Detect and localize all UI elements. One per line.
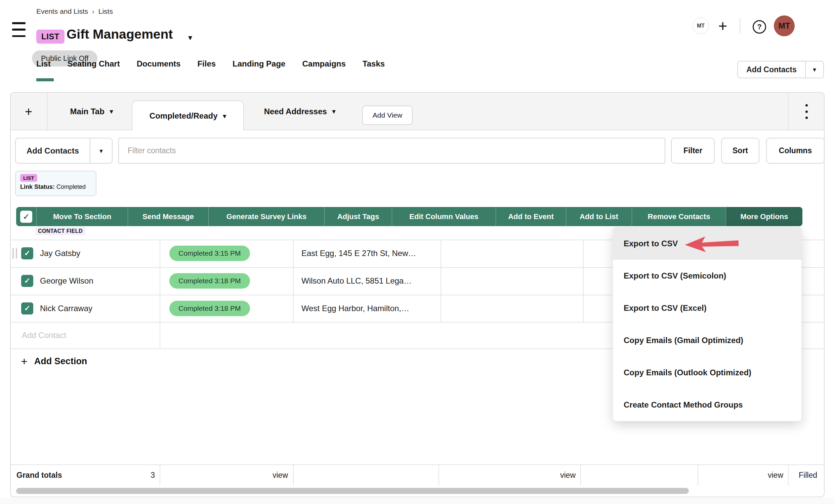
totals-view-link[interactable]: view [255, 471, 288, 480]
chip-list-badge: LIST [20, 174, 37, 182]
contact-address[interactable]: Wilson Auto LLC, 5851 Lega… [301, 276, 412, 286]
tab-strip-divider [47, 93, 48, 130]
nav-tab-seating-chart[interactable]: Seating Chart [68, 59, 120, 69]
chevron-down-icon[interactable]: ▾ [110, 108, 113, 115]
add-view-button[interactable]: Add View [362, 106, 413, 125]
page-bottom-strip [0, 498, 834, 504]
add-to-event-button[interactable]: Add to Event [496, 207, 566, 226]
user-avatar[interactable]: MT [774, 16, 795, 36]
menu-item-export-csv[interactable]: Export to CSV [613, 227, 802, 260]
more-options-button[interactable]: More Options [726, 207, 803, 226]
plus-icon: + [21, 355, 27, 368]
contact-name[interactable]: Nick Carraway [40, 304, 92, 313]
more-options-menu: Export to CSV Export to CSV (Semicolon) … [613, 227, 802, 421]
row-checkbox[interactable]: ✓ [21, 302, 33, 314]
chevron-down-icon[interactable]: ▾ [90, 138, 112, 163]
red-arrow-annotation [683, 234, 740, 254]
add-contacts-button-header[interactable]: Add Contacts ▾ [737, 61, 824, 78]
breadcrumb: Events and Lists › Lists [36, 7, 113, 16]
add-contacts-label[interactable]: Add Contacts [16, 138, 90, 163]
nav-tab-landing-page[interactable]: Landing Page [233, 59, 285, 69]
grand-totals-label: Grand totals [17, 471, 62, 480]
nav-tab-list[interactable]: List [36, 59, 51, 69]
view-tab-completed-ready[interactable]: Completed/Ready ▾ [132, 101, 244, 131]
hamburger-menu-icon[interactable] [12, 22, 25, 37]
drag-handle-icon[interactable] [13, 248, 17, 259]
add-workspace-icon[interactable]: + [714, 17, 732, 35]
grand-totals-count: 3 [121, 471, 155, 480]
app-root: Events and Lists › Lists LIST Gift Manag… [0, 0, 834, 504]
status-badge: Completed 3:15 PM [169, 246, 250, 261]
totals-view-link[interactable]: view [750, 471, 783, 480]
row-checkbox[interactable]: ✓ [21, 275, 33, 287]
chip-text: Link Status: Completed [20, 183, 91, 191]
add-section-label: Add Section [34, 356, 87, 367]
view-tab-label: Completed/Ready [150, 111, 218, 120]
generate-survey-links-button[interactable]: Generate Survey Links [208, 207, 324, 226]
breadcrumb-events-and-lists[interactable]: Events and Lists [36, 7, 88, 16]
move-to-section-button[interactable]: Move To Section [36, 207, 128, 226]
breadcrumb-lists[interactable]: Lists [98, 7, 113, 16]
link-status-chip[interactable]: LIST Link Status: Completed [15, 171, 96, 196]
status-badge: Completed 3:18 PM [169, 273, 250, 289]
add-contact-placeholder[interactable]: Add Contact [22, 331, 66, 340]
horizontal-scrollbar[interactable] [16, 488, 689, 494]
view-tab-label: Need Addresses [264, 107, 327, 116]
add-contacts-button-toolbar[interactable]: Add Contacts ▾ [15, 138, 113, 163]
edit-column-values-button[interactable]: Edit Column Values [392, 207, 496, 226]
contact-address[interactable]: West Egg Harbor, Hamilton,… [301, 304, 409, 313]
breadcrumb-separator-icon: › [92, 8, 94, 16]
filter-button[interactable]: Filter [671, 138, 715, 163]
tab-strip-divider [788, 93, 789, 130]
nav-tab-documents[interactable]: Documents [137, 59, 181, 69]
add-contacts-label[interactable]: Add Contacts [738, 62, 805, 78]
send-message-button[interactable]: Send Message [128, 207, 208, 226]
menu-item-label: Copy Emails (Gmail Optimized) [624, 336, 743, 345]
chip-label: Link Status: [20, 183, 55, 190]
select-all-cell: ✓ [16, 207, 36, 226]
table-more-menu-icon[interactable] [803, 104, 811, 119]
contact-name[interactable]: George Wilson [40, 276, 93, 286]
add-tab-icon[interactable]: + [19, 102, 39, 121]
active-nav-underline [36, 78, 54, 81]
view-tab-main-tab[interactable]: Main Tab ▾ [54, 93, 129, 130]
filter-contacts-input[interactable] [118, 138, 665, 163]
add-section-button[interactable]: + Add Section [21, 355, 87, 368]
menu-item-copy-emails-outlook[interactable]: Copy Emails (Outlook Optimized) [613, 356, 802, 389]
workspace-avatar[interactable]: MT [693, 18, 709, 34]
totals-view-link[interactable]: view [542, 471, 576, 480]
remove-contacts-button[interactable]: Remove Contacts [632, 207, 726, 226]
sort-button[interactable]: Sort [721, 138, 760, 163]
view-tab-need-addresses[interactable]: Need Addresses ▾ [253, 93, 347, 130]
chevron-down-icon[interactable]: ▾ [332, 108, 336, 115]
menu-item-label: Copy Emails (Outlook Optimized) [624, 368, 751, 377]
help-icon[interactable]: ? [753, 20, 766, 34]
grand-totals-row: Grand totals 3 view view view Filled [11, 465, 824, 485]
contact-field-column-header: CONTACT FIELD [35, 227, 85, 235]
chevron-down-icon[interactable]: ▾ [806, 62, 823, 78]
contact-address[interactable]: East Egg, 145 E 27th St, New… [301, 249, 416, 258]
menu-item-label: Export to CSV (Semicolon) [624, 271, 726, 281]
columns-button[interactable]: Columns [766, 138, 825, 163]
chevron-down-icon[interactable]: ▾ [223, 112, 226, 120]
menu-item-label: Export to CSV [624, 239, 678, 248]
add-to-list-button[interactable]: Add to List [566, 207, 632, 226]
section-nav: List Seating Chart Documents Files Landi… [36, 59, 385, 69]
menu-item-export-csv-semicolon[interactable]: Export to CSV (Semicolon) [613, 260, 802, 292]
select-all-checkbox[interactable]: ✓ [20, 211, 32, 223]
adjust-tags-button[interactable]: Adjust Tags [324, 207, 392, 226]
nav-tab-files[interactable]: Files [197, 59, 216, 69]
chip-value: Completed [55, 183, 86, 190]
row-checkbox[interactable]: ✓ [21, 247, 33, 259]
contact-name[interactable]: Jay Gatsby [40, 249, 80, 258]
view-tab-label: Main Tab [70, 107, 105, 116]
menu-item-create-contact-method-groups[interactable]: Create Contact Method Groups [613, 389, 802, 421]
totals-filled-label: Filled [782, 471, 817, 480]
title-caret-icon[interactable]: ▾ [188, 33, 192, 42]
nav-tab-campaigns[interactable]: Campaigns [302, 59, 346, 69]
nav-tab-tasks[interactable]: Tasks [363, 59, 385, 69]
menu-item-copy-emails-gmail[interactable]: Copy Emails (Gmail Optimized) [613, 324, 802, 356]
menu-item-export-csv-excel[interactable]: Export to CSV (Excel) [613, 292, 802, 324]
page-title: Gift Management [67, 27, 173, 42]
bulk-action-bar: ✓ Move To Section Send Message Generate … [16, 207, 803, 226]
